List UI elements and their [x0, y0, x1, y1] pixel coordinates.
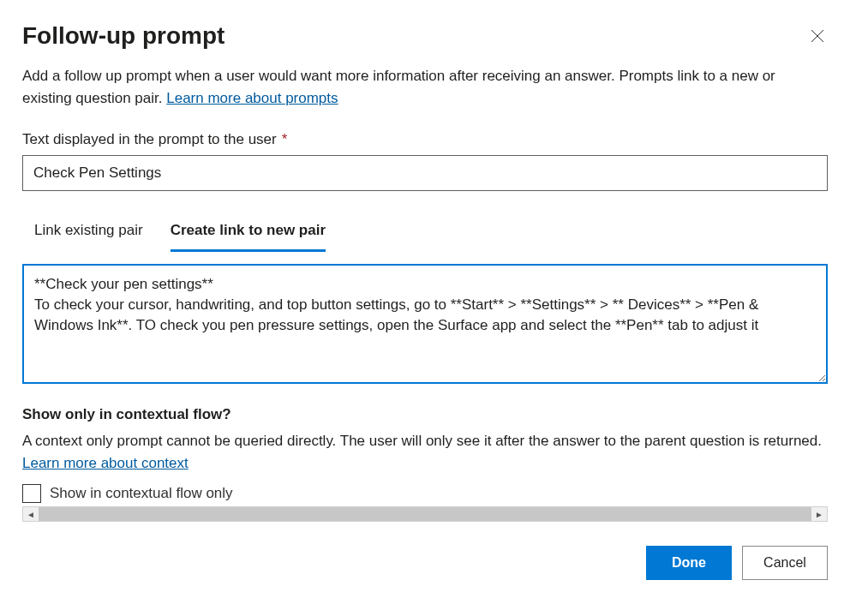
learn-more-prompts-link[interactable]: Learn more about prompts	[166, 90, 338, 106]
close-button[interactable]	[807, 26, 828, 46]
scroll-left-arrow[interactable]: ◄	[23, 507, 39, 521]
contextual-text: A context only prompt cannot be queried …	[22, 433, 822, 449]
contextual-checkbox-label: Show in contextual flow only	[50, 485, 233, 502]
learn-more-context-link[interactable]: Learn more about context	[22, 455, 189, 471]
horizontal-scrollbar[interactable]: ◄ ►	[22, 506, 828, 522]
close-icon	[811, 29, 824, 43]
scroll-track[interactable]	[39, 507, 811, 521]
tab-create-new[interactable]: Create link to new pair	[171, 212, 326, 252]
contextual-description: A context only prompt cannot be queried …	[22, 430, 828, 474]
display-text-label-text: Text displayed in the prompt to the user	[22, 131, 277, 148]
tab-link-existing[interactable]: Link existing pair	[34, 212, 143, 252]
dialog-title: Follow-up prompt	[22, 22, 224, 50]
answer-textarea[interactable]	[22, 264, 828, 384]
display-text-input[interactable]	[22, 155, 828, 191]
contextual-checkbox[interactable]	[22, 484, 41, 503]
display-text-label: Text displayed in the prompt to the user…	[22, 131, 828, 148]
dialog-description: Add a follow up prompt when a user would…	[22, 65, 828, 109]
tab-row: Link existing pair Create link to new pa…	[22, 212, 828, 252]
cancel-button[interactable]: Cancel	[742, 546, 828, 580]
done-button[interactable]: Done	[646, 546, 732, 580]
contextual-heading: Show only in contextual flow?	[22, 406, 828, 423]
scroll-right-arrow[interactable]: ►	[811, 507, 827, 521]
description-text: Add a follow up prompt when a user would…	[22, 68, 775, 106]
required-indicator: *	[282, 131, 288, 148]
